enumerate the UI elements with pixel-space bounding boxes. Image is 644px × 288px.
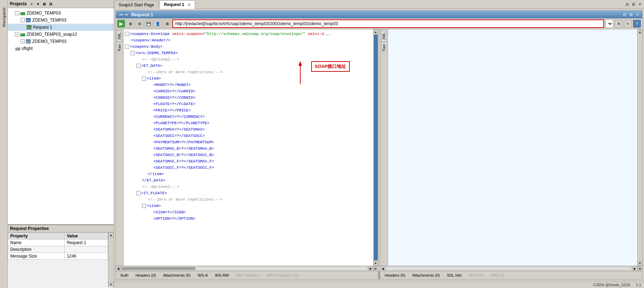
left-vscroll[interactable]: ▲ ▼ xyxy=(373,29,378,266)
expand-zdemo-root[interactable]: - xyxy=(15,11,19,15)
prop-row-msgsize: Message Size 1246 xyxy=(8,253,108,260)
properties-scroll[interactable]: Property Value Name Request 1 Descriptio… xyxy=(8,232,108,278)
close-request-icon[interactable]: ✕ xyxy=(634,12,640,17)
run-button[interactable]: ▶ xyxy=(117,20,125,28)
left-hscroll-left[interactable]: ◀ xyxy=(116,266,121,271)
prop-desc-label: Description xyxy=(8,246,65,253)
right-scroll-up[interactable]: ▲ xyxy=(638,29,642,34)
user-btn[interactable]: 👤 xyxy=(154,20,162,28)
svg-text:SO AP: SO AP xyxy=(26,19,31,22)
add-url-btn[interactable]: + xyxy=(624,20,632,28)
xml-line-15: <SEATSMAX>?</SEATSMAX> xyxy=(125,126,372,133)
left-side-tabs: XML Raw xyxy=(116,29,124,266)
expand-2[interactable]: - xyxy=(125,45,129,49)
scroll-up-btn[interactable]: ▲ xyxy=(108,232,114,237)
tree-item-zdemo-soap12[interactable]: + ZDEMO_TEMP03_soap12 xyxy=(8,31,114,38)
left-scroll-thumb xyxy=(374,35,378,260)
expand-icon[interactable]: ▼ xyxy=(35,1,41,7)
help-btn[interactable]: ? xyxy=(633,20,641,28)
bottom-tab-wsrm[interactable]: WS-RM xyxy=(212,272,232,278)
xml-line-26: <!--Zero or more repetitions:--> xyxy=(125,196,372,203)
url-dropdown[interactable] xyxy=(605,19,613,28)
request-icon: SO AP xyxy=(26,24,32,30)
expand-7[interactable]: - xyxy=(142,76,146,81)
expand-zdemo-soap12[interactable]: + xyxy=(15,32,19,36)
right-vscroll[interactable]: ▲ ▼ xyxy=(637,29,642,266)
tab-start-page[interactable]: SoapUI Start Page xyxy=(114,1,159,9)
hscroll-area: ◀ ▶ ⊞ ◀ ▶ ⊞ xyxy=(116,266,642,271)
xml-line-2: - <soapenv:Body> xyxy=(125,44,372,50)
expand-zdemo-wsdl[interactable]: - xyxy=(21,18,25,22)
right-xml-content[interactable] xyxy=(388,29,638,266)
tree-label-zdemo-sub: ZDEMO_TEMP03 xyxy=(32,39,67,44)
tree-item-zdemo-root[interactable]: - ZDEMO_TEMP03 xyxy=(8,10,114,17)
left-panel: Projects ≡ ▼ ⊞ ⊟ - ZDEMO_TEMP03 xyxy=(8,0,114,288)
raw-tab-right[interactable]: Raw xyxy=(381,42,387,53)
tree-item-zdemo-sub[interactable]: + SO AP ZDEMO_TEMP03 xyxy=(8,38,114,45)
raw-tab-left[interactable]: Raw xyxy=(117,42,122,53)
annotation-text: SOAP接口地址 xyxy=(315,64,346,69)
xml-line-13: <CURRENCY>?</CURRENCY> xyxy=(125,114,372,120)
tree-item-sflight[interactable]: sflight xyxy=(8,45,114,52)
tree-item-zdemo-wsdl[interactable]: - SO AP ZDEMO_TEMP03 xyxy=(8,17,114,24)
options-btn[interactable]: ⊞ xyxy=(163,20,171,28)
tree-item-request1[interactable]: SO AP Request 1 xyxy=(8,24,114,31)
request-window: SO AP Request 1 ⊟ ⊞ ✕ ▶ ⊞ ⊟ 💾 👤 ⊞ xyxy=(115,10,643,280)
navigator-tab: Navigator xyxy=(0,0,8,288)
right-hscroll[interactable]: ◀ ▶ ⊞ xyxy=(380,266,643,271)
xml-line-11: <FLDATE>?</FLDATE> xyxy=(125,101,372,107)
close-url-btn[interactable]: ✕ xyxy=(615,20,622,28)
url-input[interactable] xyxy=(172,19,604,28)
bottom-tab-headers[interactable]: Headers (0) xyxy=(132,272,159,278)
tree-label-zdemo-root: ZDEMO_TEMP03 xyxy=(27,11,61,16)
add-icon[interactable]: ⊞ xyxy=(41,1,47,7)
save-btn[interactable]: 💾 xyxy=(145,20,153,28)
xml-line-22: </item> xyxy=(125,171,372,177)
expand-zdemo-sub[interactable]: + xyxy=(21,39,25,44)
xml-line-7: - <item> xyxy=(125,75,372,82)
bottom-tab-attachments-r[interactable]: Attachments (0) xyxy=(409,272,443,278)
restore-tab-icon[interactable]: ⊞ xyxy=(631,1,636,7)
expand-25[interactable]: - xyxy=(136,191,141,195)
tab-close-icon[interactable]: ✕ xyxy=(188,3,190,7)
svg-rect-7 xyxy=(20,33,22,34)
xml-line-19: <SEATSOCC_B>?</SEATSOCC_B> xyxy=(125,152,372,158)
xml-tab-left[interactable]: XML xyxy=(117,31,122,42)
left-xml-panel: XML Raw - <soapenv:Envelope xmlns:soapen… xyxy=(116,29,378,266)
left-scroll-down[interactable]: ▼ xyxy=(374,261,378,266)
left-hscroll-right[interactable]: ▶ xyxy=(368,266,373,271)
expand-27[interactable]: - xyxy=(142,204,146,208)
right-scroll-down[interactable]: ▼ xyxy=(638,261,642,266)
bottom-tab-auth[interactable]: Auth xyxy=(117,272,132,278)
grid-btn[interactable]: ⊟ xyxy=(136,20,143,28)
tree-label-zdemo-soap12: ZDEMO_TEMP03_soap12 xyxy=(27,32,77,37)
format-btn[interactable]: ⊞ xyxy=(126,20,134,28)
xml-tab-right[interactable]: XML xyxy=(381,31,387,42)
minimize-tab-icon[interactable]: ⊟ xyxy=(624,1,630,7)
right-hscroll-right[interactable]: ▶ xyxy=(632,266,637,271)
bottom-tab-ssl[interactable]: SSL Info xyxy=(444,272,465,278)
expand-3[interactable]: - xyxy=(131,51,135,55)
remove-icon[interactable]: ⊟ xyxy=(48,1,53,7)
prop-desc-value xyxy=(64,246,108,253)
scroll-down-btn[interactable]: ▼ xyxy=(108,282,114,287)
xml-line-10: <CONNID>?</CONNID> xyxy=(125,94,372,101)
xml-line-14: <PLANETYPE>?</PLANETYPE> xyxy=(125,120,372,126)
svg-rect-1 xyxy=(20,12,22,13)
menu-icon[interactable]: ≡ xyxy=(29,1,34,7)
request-toolbar: ▶ ⊞ ⊟ 💾 👤 ⊞ ✕ + ? xyxy=(116,18,642,29)
right-hscroll-left[interactable]: ◀ xyxy=(380,266,385,271)
close-tab-icon[interactable]: ✕ xyxy=(637,1,643,7)
folder-green2-icon xyxy=(20,31,25,37)
bottom-tab-headers-r[interactable]: Headers (0) xyxy=(382,272,409,278)
left-hscroll[interactable]: ◀ ▶ ⊞ xyxy=(116,266,378,271)
expand-0[interactable]: - xyxy=(125,32,129,36)
minimize-request-icon[interactable]: ⊟ xyxy=(622,12,627,17)
restore-request-icon[interactable]: ⊞ xyxy=(628,12,634,17)
bottom-tab-attachments[interactable]: Attachments (0) xyxy=(160,272,194,278)
xml-line-8: <MANDT>?</MANDT> xyxy=(125,82,372,88)
expand-5[interactable]: - xyxy=(136,64,141,68)
bottom-tab-wsa[interactable]: WS-A xyxy=(194,272,211,278)
tab-request1[interactable]: Request 1 ✕ xyxy=(159,0,195,9)
left-scroll-up[interactable]: ▲ xyxy=(374,29,378,34)
